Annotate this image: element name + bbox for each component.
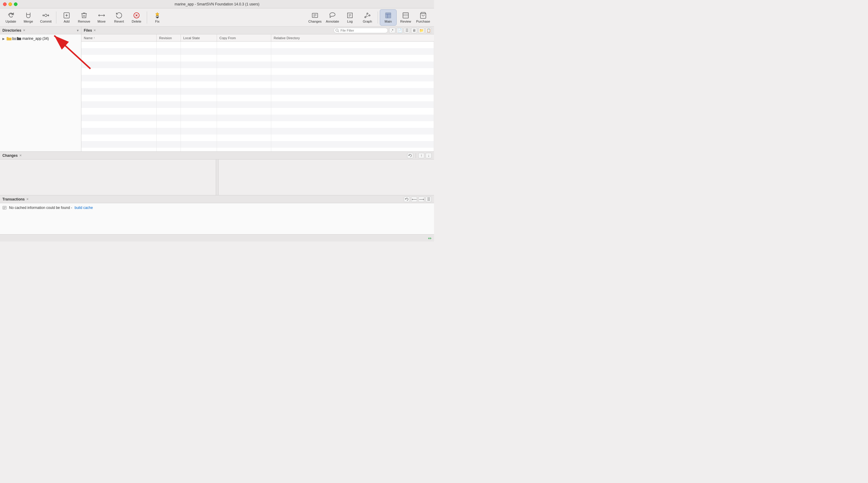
changes-close[interactable]: ✕ [19,154,22,157]
purchase-button[interactable]: Purchase [415,9,432,26]
col-header-local-state[interactable]: Local State [181,34,217,41]
table-row[interactable] [82,101,434,108]
graph-button[interactable]: Graph [359,9,376,26]
changes-panel: Changes ✕ ↑ ↓ [0,151,434,195]
svg-line-22 [366,16,369,17]
changes-button[interactable]: Changes [307,9,323,26]
table-row[interactable] [82,41,434,48]
toolbar: Update Merge Commit [0,8,434,27]
close-button[interactable] [3,2,7,6]
log-icon [346,12,353,19]
col-header-name[interactable]: Name ↑ [82,34,157,41]
transactions-refresh-btn[interactable] [404,197,410,202]
folder-icon-1 [7,36,11,41]
changes-down-btn[interactable]: ↓ [426,153,432,158]
table-row[interactable] [82,61,434,68]
cell-local-state [181,41,217,48]
filter-list-icon-btn[interactable]: ☰ [404,28,410,33]
files-header-left: Files ✕ [84,28,96,33]
files-close[interactable]: ✕ [93,29,96,32]
transactions-next-btn[interactable]: ⟶ [418,197,424,202]
bottom-section: Changes ✕ ↑ ↓ [0,151,434,234]
directories-panel-header: Directories ✕ ▾ [0,27,81,34]
changes-left-panel [0,159,216,195]
col-header-relative-dir[interactable]: Relative Directory [271,34,434,41]
table-row[interactable] [82,115,434,121]
transaction-item: No cached information could be found - b… [0,204,434,211]
changes-sep [415,153,416,158]
window-title: marine_app - SmartSVN Foundation 14.0.3 … [175,2,259,6]
fix-label: Fix [155,20,160,23]
add-button[interactable]: Add [58,9,75,26]
move-icon [98,12,105,19]
move-button[interactable]: Move [93,9,110,26]
transactions-refresh-icon [405,198,409,201]
svg-point-21 [369,15,370,16]
col-header-copy-from[interactable]: Copy From [217,34,271,41]
changes-header-left: Changes ✕ [2,153,22,158]
dir-item-marine-app[interactable]: ▶ marine_app (34) [0,36,81,41]
changes-content [0,159,434,195]
table-row[interactable] [82,128,434,134]
merge-button[interactable]: Merge [20,9,37,26]
table-row[interactable] [82,88,434,95]
commit-button[interactable]: Commit [37,9,54,26]
refresh-icon [408,154,412,157]
transactions-prev-btn[interactable]: ⟵ [411,197,417,202]
transactions-close[interactable]: ✕ [26,198,29,201]
toolbar-right-group: Changes Annotate Log [307,9,432,26]
files-filter-area: .* 📄 ☰ 🖥 📁 📋 [334,28,432,33]
table-row[interactable] [82,95,434,101]
directories-expand[interactable]: ▾ [77,28,79,33]
fix-button[interactable]: + Fix [149,9,166,26]
file-filter-input[interactable] [334,28,388,33]
table-row[interactable] [82,68,434,75]
main-button[interactable]: Main [380,9,397,26]
changes-refresh-btn[interactable] [407,153,413,158]
toolbar-separator-1 [56,11,56,24]
col-header-revision[interactable]: Revision [157,34,181,41]
toolbar-separator-3 [378,11,378,24]
remove-icon [81,12,88,19]
add-label: Add [64,20,70,23]
minimize-button[interactable] [8,2,12,6]
graph-icon [364,12,371,19]
delete-button[interactable]: Delete [128,9,145,26]
table-row[interactable] [82,134,434,141]
filter-folder-icon-btn[interactable]: 📁 [418,28,424,33]
changes-splitter[interactable] [216,159,218,195]
maximize-button[interactable] [14,2,18,6]
filter-display-icon-btn[interactable]: 🖥 [411,28,417,33]
table-row[interactable] [82,55,434,61]
table-row[interactable] [82,141,434,148]
table-row[interactable] [82,48,434,55]
build-cache-link[interactable]: build cache [74,206,93,210]
directories-close[interactable]: ✕ [23,29,26,32]
transactions-menu-btn[interactable]: ☰ [426,197,432,202]
svg-point-20 [367,13,368,14]
changes-header: Changes ✕ ↑ ↓ [0,152,434,159]
merge-label: Merge [24,20,33,23]
status-bar-icon: ⇔ [428,236,432,241]
table-row[interactable] [82,82,434,88]
filter-doc-icon-btn[interactable]: 📋 [426,28,432,33]
filter-file-icon-btn[interactable]: 📄 [397,28,403,33]
table-row[interactable] [82,121,434,128]
table-row[interactable] [82,75,434,82]
filter-wildcard-button[interactable]: .* [389,28,396,33]
table-row[interactable] [82,148,434,151]
svg-rect-24 [385,13,391,18]
annotate-label: Annotate [326,20,339,23]
table-row[interactable] [82,108,434,115]
svg-line-23 [366,14,367,17]
annotate-button[interactable]: Annotate [324,9,341,26]
graph-label: Graph [363,20,372,23]
log-button[interactable]: Log [341,9,358,26]
review-button[interactable]: Review [397,9,414,26]
transactions-panel: Transactions ✕ ⟵ ⟶ ☰ [0,195,434,234]
changes-up-btn[interactable]: ↑ [418,153,424,158]
update-button[interactable]: Update [2,9,19,26]
revert-button[interactable]: Revert [111,9,127,26]
directories-title: Directories [2,28,22,33]
remove-button[interactable]: Remove [76,9,93,26]
